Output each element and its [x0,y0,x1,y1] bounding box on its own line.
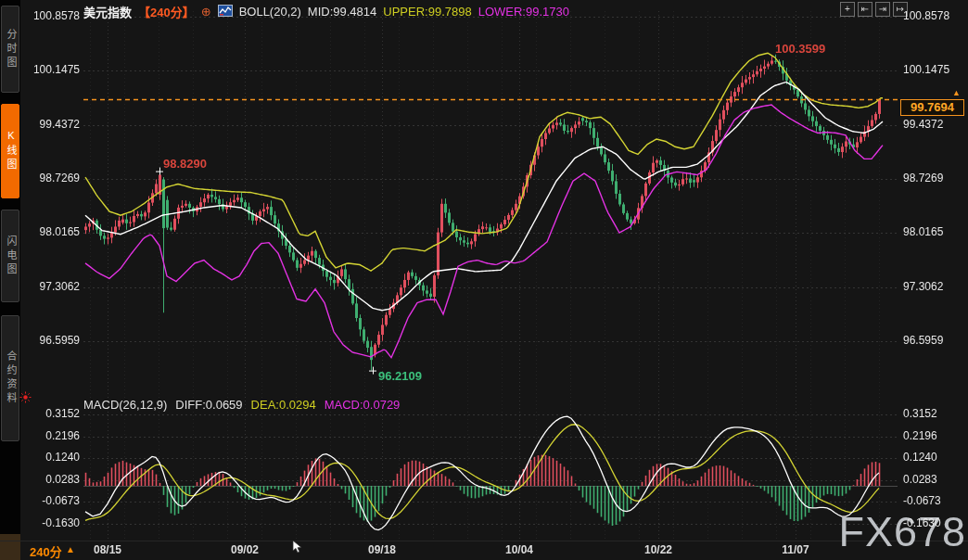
circle-plus-icon[interactable]: ⊕ [201,5,211,19]
main-axis-right-4: 98.0165 [903,225,943,238]
main-axis-right-0: 100.8578 [903,9,949,22]
main-axis-left-1: 100.1475 [28,63,80,76]
macd-axis-right-5: -0.1630 [903,516,941,529]
macd-macd-value: MACD:0.0729 [325,398,401,412]
mouse-cursor [292,540,302,557]
main-axis-left-0: 100.8578 [28,9,80,22]
sidebar-tab-4[interactable]: 合约资料 [1,315,19,441]
high-annotation-1: 98.8290 [163,157,207,171]
low-annotation: 96.2109 [378,369,422,383]
chart-canvas[interactable] [0,0,968,560]
alert-dot-icon [19,390,32,407]
last-price-tag: 99.7694 [900,99,964,116]
symbol-title: 美元指数 [83,3,132,20]
sidebar-tab-1[interactable]: 分时图 [1,6,19,93]
main-axis-right-5: 97.3062 [903,280,943,293]
macd-axis-left-2: 0.1240 [28,451,80,464]
x-axis-date-1: 09/02 [215,543,274,556]
high-annotation-2: 100.3599 [775,42,825,56]
main-axis-left-6: 96.5959 [28,334,80,347]
boll-lower-value: LOWER:99.1730 [478,5,569,19]
main-axis-right-6: 96.5959 [903,334,943,347]
macd-axis-left-5: -0.1630 [28,516,80,529]
sidebar-tab-3[interactable]: 闪电图 [1,210,19,302]
sidebar-bottom-block [0,534,20,560]
period-dropdown-icon[interactable]: ▲ [66,544,75,554]
chart-header: 美元指数 【240分】 ⊕ BOLL(20,2) MID:99.4814 UPP… [83,3,569,20]
x-axis-date-4: 10/22 [629,543,688,556]
boll-mid-value: MID:99.4814 [308,5,376,19]
macd-axis-right-0: 0.3152 [903,407,937,420]
main-axis-left-3: 98.7269 [28,172,80,185]
footer-period-label[interactable]: 240分 [30,542,62,560]
x-axis-date-5: 11/07 [766,543,825,556]
x-axis-date-0: 08/15 [78,543,137,556]
macd-label: MACD(26,12,9) [83,398,167,412]
macd-axis-left-4: -0.0673 [28,494,80,507]
main-axis-left-5: 97.3062 [28,280,80,293]
sidebar-tab-2[interactable]: K线图 [1,104,19,198]
x-axis-date-2: 09/18 [352,543,412,556]
macd-diff-value: DIFF:0.0659 [175,398,242,412]
main-axis-right-2: 99.4372 [903,118,943,131]
boll-upper-value: UPPER:99.7898 [383,5,471,19]
main-axis-left-2: 99.4372 [28,118,80,131]
macd-axis-right-1: 0.2196 [903,429,937,442]
chart-type-icon[interactable] [218,5,233,19]
macd-axis-left-1: 0.2196 [28,429,80,442]
macd-dea-value: DEA:0.0294 [251,398,316,412]
macd-axis-left-0: 0.3152 [28,407,80,420]
macd-axis-right-3: 0.0283 [903,473,937,486]
chart-toolbar: +⇤⇥↦ [840,2,908,17]
shift-left-icon[interactable]: ⇤ [858,2,872,17]
macd-axis-left-3: 0.0283 [28,473,80,486]
move-tool-icon[interactable]: + [840,2,855,17]
main-axis-right-1: 100.1475 [903,63,949,76]
main-axis-left-4: 98.0165 [28,225,80,238]
bottom-separator [0,541,968,541]
price-alert-icon: ▲ [952,88,961,97]
boll-label: BOLL(20,2) [239,5,301,19]
x-axis-date-3: 10/04 [490,543,549,556]
trading-chart-window: 美元指数 【240分】 ⊕ BOLL(20,2) MID:99.4814 UPP… [0,0,968,560]
shift-right-icon[interactable]: ⇥ [875,2,890,17]
macd-axis-right-4: -0.0673 [903,494,941,507]
macd-axis-right-2: 0.1240 [903,451,937,464]
macd-header: MACD(26,12,9) DIFF:0.0659 DEA:0.0294 MAC… [83,398,400,412]
period-label: 【240分】 [138,3,195,20]
main-axis-right-3: 98.7269 [903,172,943,185]
